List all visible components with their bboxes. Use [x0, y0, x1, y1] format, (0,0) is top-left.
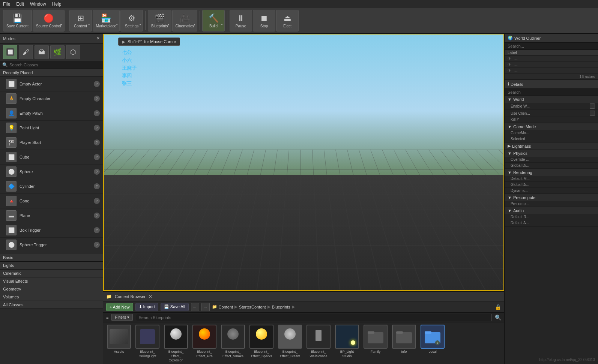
class-info-player-start[interactable]: ?: [94, 139, 100, 145]
geometry-mode-icon[interactable]: ⬡: [66, 45, 80, 59]
world-outliner-header[interactable]: 🌍 World Outliner: [505, 34, 598, 43]
cinematics-button[interactable]: 🎥 Cinematics: [172, 10, 197, 31]
modes-close[interactable]: ✕: [96, 36, 100, 41]
section-visual-effects[interactable]: Visual Effects: [0, 277, 103, 285]
cb-item-steam[interactable]: Blueprint_ Effect_Steam: [277, 325, 303, 358]
outliner-row-3[interactable]: 👁 ...: [505, 68, 598, 74]
eject-button[interactable]: ⏏ Eject: [276, 10, 299, 31]
cb-item-info[interactable]: info: [391, 325, 417, 354]
class-item-empty-pawn[interactable]: 👤 Empty Pawn ?: [0, 106, 103, 121]
precompute-section-header[interactable]: ▼ Precompute: [505, 194, 598, 201]
nav-forward-button[interactable]: →: [201, 303, 210, 311]
source-control-button[interactable]: 🔴 Source Control: [33, 10, 65, 31]
build-button[interactable]: 🔨 Build: [202, 10, 225, 31]
class-item-sphere[interactable]: ⚪ Sphere ?: [0, 165, 103, 179]
audio-section-header[interactable]: ▼ Audio: [505, 207, 598, 214]
world-section-header[interactable]: ▼ World: [505, 96, 598, 103]
breadcrumb-starter-content[interactable]: StarterContent: [239, 305, 266, 309]
class-info-sphere[interactable]: ?: [94, 169, 100, 175]
class-item-point-light[interactable]: 💡 Point Light ?: [0, 121, 103, 135]
details-header[interactable]: ℹ Details: [505, 80, 598, 89]
class-info-point-light[interactable]: ?: [94, 125, 100, 131]
foliage-mode-icon[interactable]: 🌿: [50, 45, 65, 59]
section-recently-placed[interactable]: Recently Placed: [0, 69, 103, 77]
outliner-row-2[interactable]: 👁 ...: [505, 62, 598, 68]
outliner-label-3: ...: [514, 69, 595, 73]
cb-item-family[interactable]: Family: [363, 325, 388, 354]
class-item-empty-actor[interactable]: ⬜ Empty Actor ?: [0, 77, 103, 91]
section-basic[interactable]: Basic: [0, 254, 103, 262]
breadcrumb-blueprints[interactable]: Blueprints: [272, 305, 290, 309]
stop-button[interactable]: ⏹ Stop: [253, 10, 275, 31]
blueprints-button[interactable]: 🎬 Blueprints: [148, 10, 171, 31]
outliner-row-1[interactable]: 👁 ...: [505, 56, 598, 62]
class-item-box-trigger[interactable]: ⬜ Box Trigger ?: [0, 223, 103, 238]
class-info-cylinder[interactable]: ?: [94, 183, 100, 189]
section-all-classes[interactable]: All Classes: [0, 301, 103, 309]
save-current-button[interactable]: 💾 Save Current: [3, 10, 32, 31]
section-cinematic[interactable]: Cinematic: [0, 270, 103, 277]
prop-checkbox-use-client[interactable]: [590, 111, 595, 116]
content-browser-close[interactable]: ✕: [149, 294, 152, 299]
rendering-section-header[interactable]: ▼ Rendering: [505, 169, 598, 176]
landscape-mode-icon[interactable]: 🏔: [35, 45, 49, 59]
paint-mode-icon[interactable]: 🖌: [19, 45, 33, 59]
filters-button[interactable]: Filters ▾: [111, 314, 133, 321]
physics-section-header[interactable]: ▼ Physics: [505, 150, 598, 157]
class-item-cylinder[interactable]: 🔷 Cylinder ?: [0, 179, 103, 194]
class-item-player-start[interactable]: 🏁 Player Start ?: [0, 135, 103, 150]
class-info-box-trigger[interactable]: ?: [94, 227, 100, 233]
cb-item-explosion[interactable]: Blueprint_ Effect_ Explosion: [163, 325, 189, 363]
world-outliner-search[interactable]: [505, 43, 598, 50]
save-all-button[interactable]: 💾 Save All: [161, 303, 189, 311]
cb-search-input[interactable]: [136, 314, 492, 321]
details-search-input[interactable]: [505, 89, 598, 96]
class-item-plane[interactable]: ▬ Plane ?: [0, 208, 103, 223]
place-mode-icon[interactable]: 🔲: [3, 45, 17, 59]
marketplace-button[interactable]: 🏪 Marketplace: [93, 10, 120, 31]
lightmass-section-header[interactable]: ▶ Lightmass: [505, 142, 598, 150]
prop-checkbox-enable-w[interactable]: [590, 103, 595, 109]
section-geometry[interactable]: Geometry: [0, 285, 103, 293]
menu-help[interactable]: Help: [52, 1, 62, 7]
settings-button[interactable]: ⚙ Settings: [120, 10, 143, 31]
class-info-cube[interactable]: ?: [94, 154, 100, 160]
section-volumes[interactable]: Volumes: [0, 293, 103, 301]
viewport[interactable]: Shift+F1 for Mouse Cursor 七公 小六 王麻子 李四 张…: [103, 34, 504, 291]
section-lights[interactable]: Lights: [0, 262, 103, 270]
cb-search-icon[interactable]: 🔍: [495, 315, 501, 321]
content-button[interactable]: ⊞ Content: [69, 10, 92, 31]
class-info-sphere-trigger[interactable]: ?: [94, 242, 100, 248]
add-new-button[interactable]: + Add New: [106, 303, 133, 311]
pause-button[interactable]: ⏸ Pause: [230, 10, 252, 31]
import-button[interactable]: ⬇ Import: [135, 303, 158, 311]
cb-item-smoke[interactable]: Blueprint_ Effect_Smoke: [220, 325, 246, 358]
gamemode-section-header[interactable]: ▼ Game Mode: [505, 123, 598, 130]
class-info-plane[interactable]: ?: [94, 213, 100, 219]
cb-item-local[interactable]: + Local: [420, 325, 445, 354]
class-item-cone[interactable]: 🔺 Cone ?: [0, 194, 103, 208]
class-item-cube[interactable]: ⬜ Cube ?: [0, 150, 103, 165]
cb-item-ceiling-light[interactable]: Blueprint_ CeilingLight: [135, 325, 160, 358]
menu-edit[interactable]: Edit: [16, 1, 24, 7]
menu-file[interactable]: File: [3, 1, 10, 7]
menu-window[interactable]: Window: [30, 1, 46, 7]
class-info-empty-pawn[interactable]: ?: [94, 110, 100, 116]
class-item-sphere-trigger[interactable]: ⚪ Sphere Trigger ?: [0, 238, 103, 252]
cb-item-assets[interactable]: Assets: [106, 325, 132, 354]
cb-item-wallsconce[interactable]: Blueprint_ WallSconce: [306, 325, 331, 358]
cb-item-light-studio[interactable]: BP_Light Studio: [334, 325, 360, 358]
prop-label-default-m: Default M...: [511, 177, 595, 181]
lock-icon[interactable]: 🔒: [495, 304, 501, 310]
class-info-cone[interactable]: ?: [94, 198, 100, 204]
class-label-empty-actor: Empty Actor: [20, 82, 91, 86]
class-info-empty-actor[interactable]: ?: [94, 81, 100, 87]
cb-item-fire[interactable]: Blueprint_ Effect_Fire: [192, 325, 217, 358]
breadcrumb-content[interactable]: Content: [219, 305, 233, 309]
nav-back-button[interactable]: ←: [191, 303, 199, 311]
class-item-empty-character[interactable]: 🧍 Empty Character ?: [0, 91, 103, 106]
right-panel: 🌍 World Outliner Label 👁 ... 👁 ... 👁 ...…: [504, 34, 598, 364]
class-info-empty-character[interactable]: ?: [94, 96, 100, 102]
cb-item-sparks[interactable]: Blueprint_ Effect_Sparks: [249, 325, 274, 358]
search-classes-input[interactable]: [9, 63, 101, 67]
